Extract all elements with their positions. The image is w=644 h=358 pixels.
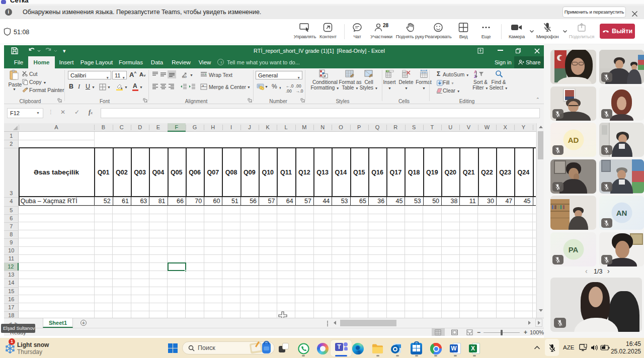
svg-text:≠: ≠: [324, 74, 327, 78]
svg-text:ab: ab: [182, 74, 187, 78]
svg-text:28: 28: [383, 23, 389, 28]
